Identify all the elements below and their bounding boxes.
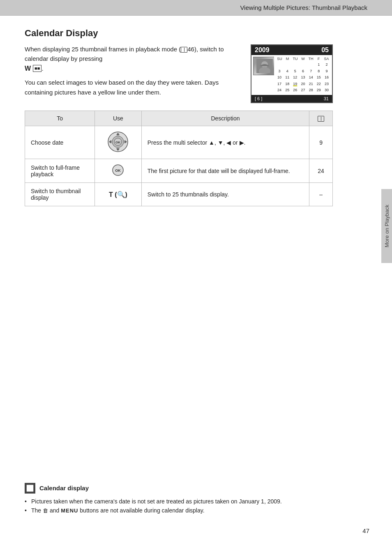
note-icon bbox=[25, 483, 35, 494]
row2-desc: The first picture for that date will be … bbox=[141, 159, 309, 183]
row2-ref: 24 bbox=[309, 159, 333, 183]
cal-grid: SUMTUWTHFSA 12 3456789 10111213141516 17… bbox=[274, 55, 332, 95]
col-header-to: To bbox=[25, 111, 95, 126]
row2-use: OK bbox=[95, 159, 141, 183]
book-icon-header bbox=[318, 116, 324, 122]
data-table: To Use Description Choose date bbox=[25, 111, 333, 206]
cal-year: 2009 bbox=[255, 46, 270, 54]
cal-day-headers: SUMTUWTHFSA bbox=[276, 57, 330, 61]
note-item-1: Pictures taken when the camera's date is… bbox=[25, 497, 367, 506]
intro-paragraph-1: When displaying 25 thumbnail frames in p… bbox=[25, 44, 242, 74]
cal-bottom-left: [ 6 ] bbox=[255, 96, 262, 101]
row1-to: Choose date bbox=[25, 126, 95, 159]
table-row: Choose date OK bbox=[25, 126, 333, 159]
note-items: Pictures taken when the camera's date is… bbox=[25, 497, 367, 515]
header-bar: Viewing Multiple Pictures: Thumbnail Pla… bbox=[0, 0, 392, 16]
row1-ref: 9 bbox=[309, 126, 333, 159]
ok-button-icon: OK bbox=[112, 164, 124, 176]
svg-point-12 bbox=[117, 148, 119, 150]
main-content: Calendar Display When displaying 25 thum… bbox=[0, 16, 357, 228]
row1-desc: Press the multi selector ▲, ▼, ◀ or ▶. bbox=[141, 126, 309, 159]
row3-desc: Switch to 25 thumbnails display. bbox=[141, 183, 309, 206]
note-item-2: The 🗑 and MENU buttons are not available… bbox=[25, 506, 367, 515]
note-header: Calendar display bbox=[25, 483, 367, 494]
col-header-use: Use bbox=[95, 111, 141, 126]
svg-text:OK: OK bbox=[115, 141, 120, 144]
cal-month: 05 bbox=[321, 46, 329, 54]
sidebar-tab: More on Playback bbox=[381, 189, 392, 263]
w-button-label: W ■■ bbox=[25, 64, 42, 74]
page-title: Calendar Display bbox=[25, 28, 333, 39]
svg-point-11 bbox=[117, 134, 119, 136]
cal-bottom-right: 31 bbox=[324, 96, 329, 101]
svg-point-13 bbox=[110, 141, 112, 143]
multi-selector-icon: OK bbox=[107, 131, 129, 152]
book-icon bbox=[181, 47, 187, 53]
t-q-icon: T (🔍) bbox=[109, 191, 127, 198]
row3-use: T (🔍) bbox=[95, 183, 141, 206]
header-title: Viewing Multiple Pictures: Thumbnail Pla… bbox=[240, 4, 367, 11]
menu-text: MENU bbox=[61, 508, 78, 514]
table-row: Switch to thumbnail display T (🔍) Switch… bbox=[25, 183, 333, 206]
svg-point-14 bbox=[125, 141, 127, 143]
col-header-desc: Description bbox=[141, 111, 309, 126]
row3-ref: – bbox=[309, 183, 333, 206]
col-header-ref bbox=[309, 111, 333, 126]
trash-icon: 🗑 bbox=[43, 507, 48, 515]
row1-use: OK bbox=[95, 126, 141, 159]
table-row: Switch to full-frame playback OK The fir… bbox=[25, 159, 333, 183]
note-title: Calendar display bbox=[39, 485, 89, 492]
intro-text: When displaying 25 thumbnail frames in p… bbox=[25, 44, 242, 101]
svg-text:OK: OK bbox=[115, 168, 121, 173]
intro-section: When displaying 25 thumbnail frames in p… bbox=[25, 44, 333, 103]
cal-photo bbox=[253, 57, 276, 75]
row3-to: Switch to thumbnail display bbox=[25, 183, 95, 206]
page-number: 47 bbox=[362, 527, 369, 534]
cal-header: 2009 05 bbox=[251, 45, 332, 55]
svg-rect-17 bbox=[27, 485, 33, 492]
note-box: Calendar display Pictures taken when the… bbox=[25, 483, 367, 515]
calendar-display: 2009 05 SUMTUWTHFSA bbox=[251, 44, 333, 103]
cal-bottom: [ 6 ] 31 bbox=[251, 95, 332, 102]
intro-paragraph-2: You can select images to view based on t… bbox=[25, 78, 242, 97]
sidebar-tab-label: More on Playback bbox=[384, 205, 390, 247]
cal-days: 12 3456789 10111213141516 17181920212223… bbox=[276, 62, 330, 93]
w-btn-icon: ■■ bbox=[33, 65, 42, 72]
row2-to: Switch to full-frame playback bbox=[25, 159, 95, 183]
